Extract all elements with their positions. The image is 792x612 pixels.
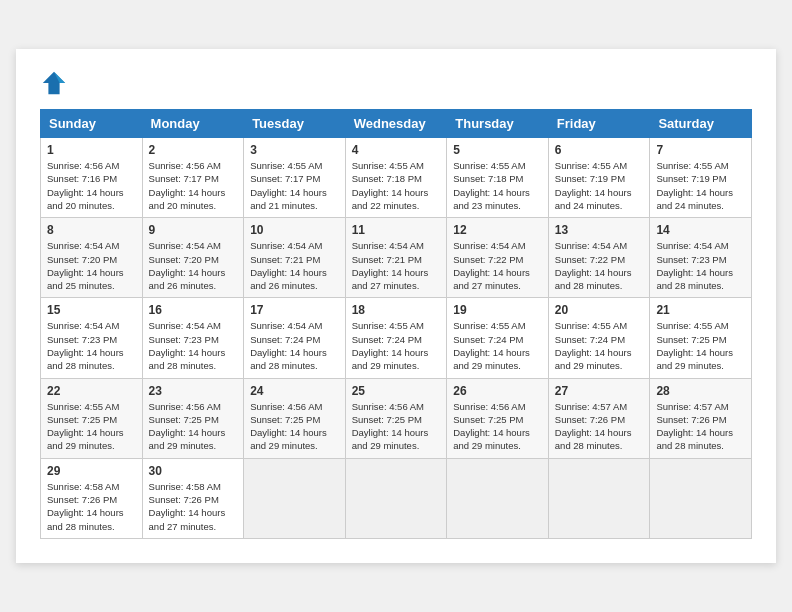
day-number: 10 xyxy=(250,223,339,237)
day-info: Sunrise: 4:55 AMSunset: 7:24 PMDaylight:… xyxy=(555,319,644,372)
day-info: Sunrise: 4:54 AMSunset: 7:23 PMDaylight:… xyxy=(149,319,238,372)
day-number: 21 xyxy=(656,303,745,317)
day-cell: 15Sunrise: 4:54 AMSunset: 7:23 PMDayligh… xyxy=(41,298,143,378)
day-number: 15 xyxy=(47,303,136,317)
day-cell: 7Sunrise: 4:55 AMSunset: 7:19 PMDaylight… xyxy=(650,138,752,218)
day-number: 26 xyxy=(453,384,542,398)
day-cell: 8Sunrise: 4:54 AMSunset: 7:20 PMDaylight… xyxy=(41,218,143,298)
day-cell: 2Sunrise: 4:56 AMSunset: 7:17 PMDaylight… xyxy=(142,138,244,218)
day-cell xyxy=(345,458,447,538)
day-number: 30 xyxy=(149,464,238,478)
day-cell: 10Sunrise: 4:54 AMSunset: 7:21 PMDayligh… xyxy=(244,218,346,298)
day-number: 14 xyxy=(656,223,745,237)
day-number: 7 xyxy=(656,143,745,157)
day-number: 2 xyxy=(149,143,238,157)
day-cell: 19Sunrise: 4:55 AMSunset: 7:24 PMDayligh… xyxy=(447,298,549,378)
day-number: 28 xyxy=(656,384,745,398)
day-info: Sunrise: 4:57 AMSunset: 7:26 PMDaylight:… xyxy=(656,400,745,453)
day-cell: 28Sunrise: 4:57 AMSunset: 7:26 PMDayligh… xyxy=(650,378,752,458)
day-number: 22 xyxy=(47,384,136,398)
day-info: Sunrise: 4:54 AMSunset: 7:21 PMDaylight:… xyxy=(352,239,441,292)
day-number: 27 xyxy=(555,384,644,398)
day-info: Sunrise: 4:56 AMSunset: 7:25 PMDaylight:… xyxy=(352,400,441,453)
day-info: Sunrise: 4:54 AMSunset: 7:22 PMDaylight:… xyxy=(453,239,542,292)
day-cell: 20Sunrise: 4:55 AMSunset: 7:24 PMDayligh… xyxy=(548,298,650,378)
day-cell: 27Sunrise: 4:57 AMSunset: 7:26 PMDayligh… xyxy=(548,378,650,458)
day-number: 17 xyxy=(250,303,339,317)
day-cell: 14Sunrise: 4:54 AMSunset: 7:23 PMDayligh… xyxy=(650,218,752,298)
day-number: 24 xyxy=(250,384,339,398)
day-info: Sunrise: 4:58 AMSunset: 7:26 PMDaylight:… xyxy=(47,480,136,533)
day-cell: 1Sunrise: 4:56 AMSunset: 7:16 PMDaylight… xyxy=(41,138,143,218)
day-info: Sunrise: 4:55 AMSunset: 7:25 PMDaylight:… xyxy=(656,319,745,372)
day-cell: 4Sunrise: 4:55 AMSunset: 7:18 PMDaylight… xyxy=(345,138,447,218)
day-cell: 23Sunrise: 4:56 AMSunset: 7:25 PMDayligh… xyxy=(142,378,244,458)
day-cell: 21Sunrise: 4:55 AMSunset: 7:25 PMDayligh… xyxy=(650,298,752,378)
day-number: 8 xyxy=(47,223,136,237)
day-info: Sunrise: 4:55 AMSunset: 7:19 PMDaylight:… xyxy=(656,159,745,212)
day-cell xyxy=(244,458,346,538)
header-row: SundayMondayTuesdayWednesdayThursdayFrid… xyxy=(41,110,752,138)
day-number: 6 xyxy=(555,143,644,157)
calendar-container: SundayMondayTuesdayWednesdayThursdayFrid… xyxy=(16,49,776,563)
day-cell: 24Sunrise: 4:56 AMSunset: 7:25 PMDayligh… xyxy=(244,378,346,458)
day-number: 12 xyxy=(453,223,542,237)
day-info: Sunrise: 4:56 AMSunset: 7:25 PMDaylight:… xyxy=(149,400,238,453)
day-info: Sunrise: 4:55 AMSunset: 7:19 PMDaylight:… xyxy=(555,159,644,212)
day-info: Sunrise: 4:54 AMSunset: 7:23 PMDaylight:… xyxy=(47,319,136,372)
day-info: Sunrise: 4:55 AMSunset: 7:25 PMDaylight:… xyxy=(47,400,136,453)
day-info: Sunrise: 4:54 AMSunset: 7:24 PMDaylight:… xyxy=(250,319,339,372)
day-cell: 9Sunrise: 4:54 AMSunset: 7:20 PMDaylight… xyxy=(142,218,244,298)
day-cell: 18Sunrise: 4:55 AMSunset: 7:24 PMDayligh… xyxy=(345,298,447,378)
header-cell-saturday: Saturday xyxy=(650,110,752,138)
day-cell: 13Sunrise: 4:54 AMSunset: 7:22 PMDayligh… xyxy=(548,218,650,298)
day-number: 23 xyxy=(149,384,238,398)
calendar-table: SundayMondayTuesdayWednesdayThursdayFrid… xyxy=(40,109,752,539)
header-cell-sunday: Sunday xyxy=(41,110,143,138)
day-number: 9 xyxy=(149,223,238,237)
day-cell xyxy=(650,458,752,538)
day-info: Sunrise: 4:58 AMSunset: 7:26 PMDaylight:… xyxy=(149,480,238,533)
day-number: 5 xyxy=(453,143,542,157)
day-cell: 5Sunrise: 4:55 AMSunset: 7:18 PMDaylight… xyxy=(447,138,549,218)
logo-icon xyxy=(40,69,68,97)
day-number: 3 xyxy=(250,143,339,157)
day-number: 29 xyxy=(47,464,136,478)
day-cell: 16Sunrise: 4:54 AMSunset: 7:23 PMDayligh… xyxy=(142,298,244,378)
day-info: Sunrise: 4:57 AMSunset: 7:26 PMDaylight:… xyxy=(555,400,644,453)
day-cell: 6Sunrise: 4:55 AMSunset: 7:19 PMDaylight… xyxy=(548,138,650,218)
header-cell-thursday: Thursday xyxy=(447,110,549,138)
day-cell: 12Sunrise: 4:54 AMSunset: 7:22 PMDayligh… xyxy=(447,218,549,298)
day-cell: 30Sunrise: 4:58 AMSunset: 7:26 PMDayligh… xyxy=(142,458,244,538)
week-row-2: 8Sunrise: 4:54 AMSunset: 7:20 PMDaylight… xyxy=(41,218,752,298)
day-cell: 17Sunrise: 4:54 AMSunset: 7:24 PMDayligh… xyxy=(244,298,346,378)
day-cell: 29Sunrise: 4:58 AMSunset: 7:26 PMDayligh… xyxy=(41,458,143,538)
week-row-5: 29Sunrise: 4:58 AMSunset: 7:26 PMDayligh… xyxy=(41,458,752,538)
header-cell-wednesday: Wednesday xyxy=(345,110,447,138)
day-info: Sunrise: 4:55 AMSunset: 7:18 PMDaylight:… xyxy=(352,159,441,212)
day-info: Sunrise: 4:56 AMSunset: 7:17 PMDaylight:… xyxy=(149,159,238,212)
header-cell-monday: Monday xyxy=(142,110,244,138)
day-info: Sunrise: 4:54 AMSunset: 7:22 PMDaylight:… xyxy=(555,239,644,292)
day-number: 19 xyxy=(453,303,542,317)
day-number: 11 xyxy=(352,223,441,237)
day-number: 4 xyxy=(352,143,441,157)
day-info: Sunrise: 4:56 AMSunset: 7:25 PMDaylight:… xyxy=(250,400,339,453)
day-info: Sunrise: 4:55 AMSunset: 7:18 PMDaylight:… xyxy=(453,159,542,212)
day-info: Sunrise: 4:56 AMSunset: 7:16 PMDaylight:… xyxy=(47,159,136,212)
day-cell: 22Sunrise: 4:55 AMSunset: 7:25 PMDayligh… xyxy=(41,378,143,458)
day-info: Sunrise: 4:55 AMSunset: 7:17 PMDaylight:… xyxy=(250,159,339,212)
day-number: 1 xyxy=(47,143,136,157)
day-number: 13 xyxy=(555,223,644,237)
logo xyxy=(40,69,72,97)
header-cell-tuesday: Tuesday xyxy=(244,110,346,138)
day-info: Sunrise: 4:54 AMSunset: 7:23 PMDaylight:… xyxy=(656,239,745,292)
day-number: 20 xyxy=(555,303,644,317)
day-cell xyxy=(447,458,549,538)
day-info: Sunrise: 4:55 AMSunset: 7:24 PMDaylight:… xyxy=(453,319,542,372)
day-cell: 25Sunrise: 4:56 AMSunset: 7:25 PMDayligh… xyxy=(345,378,447,458)
day-info: Sunrise: 4:54 AMSunset: 7:20 PMDaylight:… xyxy=(149,239,238,292)
day-cell xyxy=(548,458,650,538)
day-number: 16 xyxy=(149,303,238,317)
day-number: 18 xyxy=(352,303,441,317)
